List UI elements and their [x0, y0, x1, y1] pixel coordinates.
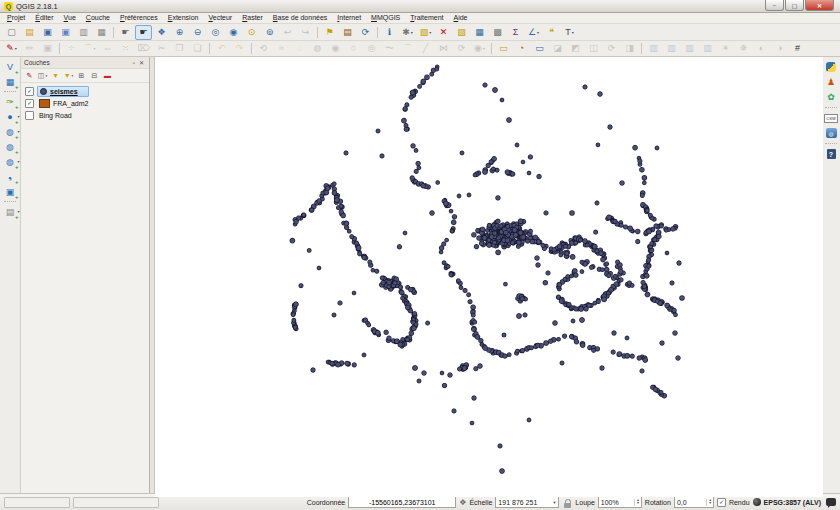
- help-contents-icon[interactable]: ?: [825, 148, 838, 160]
- add-circular-string-icon[interactable]: ⌒▾: [81, 41, 98, 56]
- add-raster-layer-icon[interactable]: ▦+: [3, 75, 18, 88]
- layer-checkbox[interactable]: ✓: [25, 99, 34, 108]
- rotate-point-symbols-icon[interactable]: ⟳: [453, 41, 470, 56]
- menu-éditer[interactable]: Éditer: [30, 13, 58, 23]
- menu-raster[interactable]: Raster: [237, 13, 268, 23]
- merge-features-icon[interactable]: ⋈: [435, 41, 452, 56]
- layer-entry[interactable]: Bing Road: [37, 111, 82, 120]
- minimize-button[interactable]: –: [765, 0, 784, 11]
- spinner-arrows[interactable]: ▲▼: [706, 499, 712, 506]
- node-tool-icon[interactable]: ⁙: [117, 41, 134, 56]
- move-feature-icon[interactable]: ⇔: [99, 41, 116, 56]
- zoom-out-icon[interactable]: ⊖: [189, 25, 206, 40]
- menu-internet[interactable]: Internet: [332, 13, 366, 23]
- increase-brightness-icon[interactable]: ✶: [717, 41, 734, 56]
- filter-legend-icon[interactable]: ▼: [50, 70, 61, 81]
- select-features-icon[interactable]: ▧▾: [417, 25, 434, 40]
- layer-row-seismes[interactable]: ✓seismes: [21, 85, 149, 97]
- add-ring-icon[interactable]: ◌: [291, 41, 308, 56]
- text-annotation-icon[interactable]: T▾: [561, 25, 578, 40]
- undo-icon[interactable]: ↶: [213, 41, 230, 56]
- lock-scale-button[interactable]: [562, 497, 572, 508]
- add-vector-layer-icon[interactable]: V+: [3, 60, 18, 73]
- open-layer-styling-icon[interactable]: ✎: [24, 70, 35, 81]
- add-wms-layer-icon[interactable]: ◍+▾: [3, 155, 18, 168]
- zoom-full-extent-icon[interactable]: ◉: [225, 25, 242, 40]
- osm-place-search-icon[interactable]: ♟: [825, 76, 838, 88]
- zoom-next-icon[interactable]: ↪: [297, 25, 314, 40]
- reshape-features-icon[interactable]: 〜: [381, 41, 398, 56]
- crs-status-button[interactable]: EPSG:3857 (ALV): [764, 499, 821, 506]
- pin-unpin-labels-icon[interactable]: ◪: [549, 41, 566, 56]
- python-console-icon[interactable]: [825, 61, 838, 73]
- zoom-last-icon[interactable]: ↩: [279, 25, 296, 40]
- map-canvas[interactable]: [155, 57, 821, 493]
- copy-features-icon[interactable]: ❐: [171, 41, 188, 56]
- enable-tracing-icon[interactable]: ◉▾: [471, 41, 488, 56]
- zoom-in-icon[interactable]: ⊕: [171, 25, 188, 40]
- pan-to-selection-icon[interactable]: ❖: [153, 25, 170, 40]
- menu-traitement[interactable]: Traitement: [405, 13, 448, 23]
- add-mssql-layer-icon[interactable]: ◍+▾: [3, 125, 18, 138]
- redo-icon[interactable]: ↷: [231, 41, 248, 56]
- touch-zoom-pan-icon[interactable]: ☛: [117, 25, 134, 40]
- move-label-icon[interactable]: ◫: [585, 41, 602, 56]
- decrease-contrast-icon[interactable]: ◑: [771, 41, 788, 56]
- open-attribute-table-icon[interactable]: ▦: [471, 25, 488, 40]
- add-spatialite-layer-icon[interactable]: ●+▾: [3, 110, 18, 123]
- new-bookmark-icon[interactable]: ⚑: [321, 25, 338, 40]
- zoom-native-resolution-icon[interactable]: ◎: [207, 25, 224, 40]
- menu-vue[interactable]: Vue: [59, 13, 81, 23]
- save-project-as-icon[interactable]: ▣: [57, 25, 74, 40]
- select-by-expression-icon[interactable]: ▨: [453, 25, 470, 40]
- composer-manager-icon[interactable]: ▦: [93, 25, 110, 40]
- delete-ring-icon[interactable]: ○: [345, 41, 362, 56]
- add-oracle-layer-icon[interactable]: ◍+: [3, 140, 18, 153]
- add-virtual-layer-icon[interactable]: ▣+: [3, 185, 18, 198]
- identify-features-icon[interactable]: ℹ: [381, 25, 398, 40]
- full-cumulative-stretch-icon[interactable]: ▥: [699, 41, 716, 56]
- rotate-label-icon[interactable]: ⟳: [603, 41, 620, 56]
- current-edits-icon[interactable]: ✎▾: [3, 41, 20, 56]
- menu-base-de-données[interactable]: Base de données: [268, 13, 333, 23]
- toggle-extents-icon[interactable]: ❖: [459, 498, 466, 507]
- collapse-all-icon[interactable]: ⊟: [89, 70, 100, 81]
- manage-map-themes-icon[interactable]: ◫▾: [37, 70, 48, 81]
- layer-checkbox[interactable]: ✓: [25, 87, 34, 96]
- labeling-icon[interactable]: ▭: [495, 41, 512, 56]
- zoom-to-layer-icon[interactable]: ⊚: [261, 25, 278, 40]
- add-delimited-text-layer-icon[interactable]: ❟+: [3, 170, 18, 183]
- layer-labeling-options-icon[interactable]: ▭: [531, 41, 548, 56]
- metasearch-csw-icon[interactable]: CSW: [825, 112, 838, 124]
- add-feature-icon[interactable]: ⁘: [63, 41, 80, 56]
- measure-icon[interactable]: ∠▾: [525, 25, 542, 40]
- close-panel-icon[interactable]: ✕: [137, 59, 146, 66]
- layer-entry[interactable]: FRA_adm2: [37, 98, 98, 109]
- menu-aide[interactable]: Aide: [449, 13, 473, 23]
- layer-checkbox[interactable]: [25, 111, 34, 120]
- change-label-icon[interactable]: ◨: [621, 41, 638, 56]
- menu-vecteur[interactable]: Vecteur: [203, 13, 237, 23]
- simplify-feature-icon[interactable]: ≈: [273, 41, 290, 56]
- scale-combo[interactable]: 191 876 251 ▼: [495, 496, 559, 508]
- delete-selected-icon[interactable]: ⌦: [135, 41, 152, 56]
- pan-map-icon[interactable]: ☛: [135, 25, 152, 40]
- menu-préférences[interactable]: Préférences: [115, 13, 163, 23]
- rotate-feature-icon[interactable]: ⟲: [255, 41, 272, 56]
- rotation-spinbox[interactable]: 0,0 ▲▼: [674, 496, 714, 508]
- highlight-pinned-labels-icon[interactable]: ◩: [567, 41, 584, 56]
- globe-plugin-icon[interactable]: ✿: [825, 91, 838, 103]
- filter-by-expression-icon[interactable]: ▼▾: [63, 70, 74, 81]
- zoom-to-selection-icon[interactable]: ⊙: [243, 25, 260, 40]
- new-print-composer-icon[interactable]: ▥: [75, 25, 92, 40]
- paste-features-icon[interactable]: ❏: [189, 41, 206, 56]
- messages-icon[interactable]: [826, 498, 836, 506]
- toggle-editing-icon[interactable]: ✏: [21, 41, 38, 56]
- split-features-icon[interactable]: ╱: [417, 41, 434, 56]
- delete-part-icon[interactable]: ◎: [363, 41, 380, 56]
- run-feature-action-icon[interactable]: ✱▾: [399, 25, 416, 40]
- show-bookmarks-icon[interactable]: ▤: [339, 25, 356, 40]
- full-histogram-stretch-icon[interactable]: ▥: [663, 41, 680, 56]
- field-calculator-icon[interactable]: ▩: [489, 25, 506, 40]
- save-project-icon[interactable]: ▣: [39, 25, 56, 40]
